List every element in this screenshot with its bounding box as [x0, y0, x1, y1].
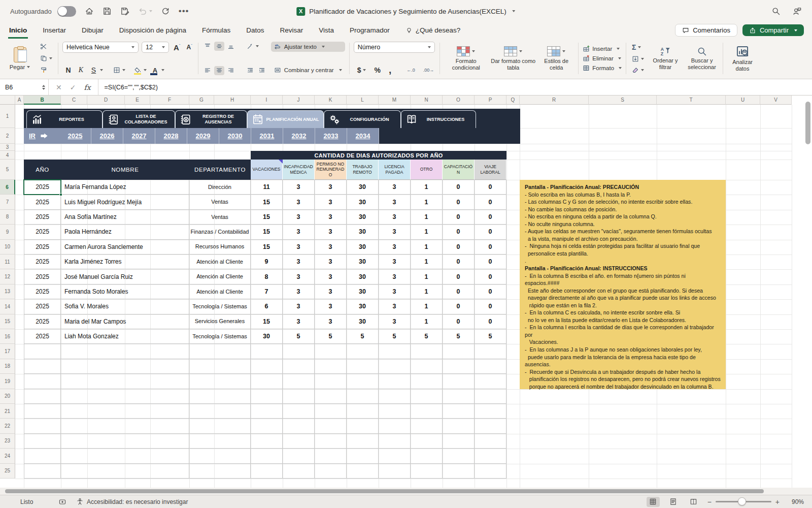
cell-days-value[interactable]: 3 — [379, 314, 411, 329]
align-top-button[interactable] — [202, 42, 213, 51]
row-header-1[interactable]: 1 — [0, 105, 15, 128]
cell-empty[interactable] — [24, 449, 61, 463]
cell-days-value[interactable]: 5 — [347, 329, 379, 344]
cell-days-value[interactable]: 6 — [251, 299, 283, 314]
cell-days-value[interactable]: 1 — [411, 314, 443, 329]
cell-year[interactable]: 2025 — [24, 269, 61, 284]
format-as-table-button[interactable]: Dar formato como tabla — [490, 46, 536, 71]
cell-days-value[interactable]: 15 — [251, 210, 283, 225]
header-day-column[interactable]: VACACIONES — [251, 160, 283, 180]
cell-empty[interactable] — [315, 449, 347, 463]
row-header-19[interactable]: 19 — [0, 374, 15, 389]
ribbon-tab-dibujar[interactable]: Dibujar — [81, 26, 105, 39]
save-as-icon[interactable] — [120, 7, 129, 16]
column-header-L[interactable]: L — [347, 96, 379, 105]
cell-empty[interactable] — [24, 389, 61, 404]
ribbon-tab-programador[interactable]: Programador — [349, 26, 391, 39]
ribbon-tab-revisar[interactable]: Revisar — [279, 26, 304, 39]
cell-days-value[interactable]: 0 — [475, 225, 506, 239]
cell-empty[interactable] — [24, 404, 61, 419]
cell-days-value[interactable]: 3 — [379, 180, 411, 195]
cell-empty[interactable] — [411, 464, 443, 479]
cell-empty[interactable] — [283, 449, 315, 463]
more-commands-icon[interactable]: ••• — [179, 6, 189, 16]
cell-days-value[interactable]: 3 — [315, 255, 347, 269]
sheet-tab-reports[interactable]: REPORTES — [26, 110, 103, 128]
cell-days-value[interactable]: 1 — [411, 269, 443, 284]
cell-days-value[interactable]: 0 — [475, 284, 506, 299]
cell-days-value[interactable]: 1 — [411, 195, 443, 209]
cell-days-value[interactable]: 3 — [283, 284, 315, 299]
zoom-level-label[interactable]: 90% — [787, 498, 804, 505]
cell-empty[interactable] — [443, 419, 475, 433]
row-header-6[interactable]: 6 — [0, 180, 15, 195]
cell-empty[interactable] — [379, 344, 411, 359]
row-header-23[interactable]: 23 — [0, 434, 15, 449]
cell-empty[interactable] — [475, 374, 506, 389]
cell-department[interactable]: Atención al Cliente — [189, 255, 251, 269]
cell-name[interactable]: Liah Mota Gonzalez — [61, 329, 189, 344]
cell-days-value[interactable]: 3 — [315, 314, 347, 329]
cell-empty[interactable] — [315, 434, 347, 449]
year-link-2030[interactable]: 2030 — [219, 128, 251, 144]
currency-button[interactable]: $ — [356, 65, 368, 75]
column-header-S[interactable]: S — [589, 96, 657, 105]
cell-year[interactable]: 2025 — [24, 240, 61, 255]
zoom-knob[interactable] — [738, 497, 746, 505]
cell-empty[interactable] — [411, 434, 443, 449]
wrap-text-button[interactable]: ab Ajustar texto — [271, 42, 345, 52]
sheet-tab-annual[interactable]: PLANIFICACIÓN ANUAL — [247, 110, 324, 128]
cell-department[interactable]: Finanzas / Contabilidad — [189, 225, 251, 239]
header-day-column[interactable]: TRABAJO REMOTO — [347, 160, 379, 180]
cell-empty[interactable] — [61, 449, 189, 463]
cell-empty[interactable] — [475, 404, 506, 419]
cell-days-value[interactable]: 30 — [251, 329, 283, 344]
cell-empty[interactable] — [251, 389, 283, 404]
cell-empty[interactable] — [411, 404, 443, 419]
percent-button[interactable]: % — [373, 65, 382, 75]
cell-year[interactable]: 2025 — [24, 225, 61, 239]
find-select-button[interactable]: Buscar y seleccionar — [685, 46, 719, 70]
cell-days-value[interactable]: 3 — [315, 195, 347, 209]
cell-name[interactable]: Paola Hernández — [61, 225, 189, 239]
cell-empty[interactable] — [347, 419, 379, 433]
cell-days-value[interactable]: 0 — [475, 240, 506, 255]
zoom-slider[interactable]: − + — [707, 498, 780, 506]
cell-days-value[interactable]: 8 — [251, 269, 283, 284]
cell-empty[interactable] — [411, 344, 443, 359]
enter-icon[interactable]: ✓ — [70, 83, 76, 91]
column-header-T[interactable]: T — [657, 96, 726, 105]
cell-days-value[interactable]: 5 — [315, 329, 347, 344]
row-header-11[interactable]: 11 — [0, 255, 15, 269]
delete-cells-button[interactable]: Eliminar — [583, 55, 622, 62]
cell-empty[interactable] — [315, 404, 347, 419]
cell-days-value[interactable]: 0 — [443, 314, 475, 329]
column-header-I[interactable]: I — [251, 96, 283, 105]
cell-days-value[interactable]: 3 — [379, 210, 411, 225]
cell-empty[interactable] — [443, 434, 475, 449]
column-header-K[interactable]: K — [315, 96, 347, 105]
cell-days-value[interactable]: 3 — [379, 299, 411, 314]
cell-year[interactable]: 2025 — [24, 210, 61, 225]
row-header-20[interactable]: 20 — [0, 389, 15, 404]
home-icon[interactable] — [85, 7, 94, 16]
vertical-scrollbar-thumb[interactable] — [805, 102, 810, 144]
cell-empty[interactable] — [189, 374, 251, 389]
cell-empty[interactable] — [283, 374, 315, 389]
cell-name[interactable]: José Manuel García Ruiz — [61, 269, 189, 284]
column-header-A[interactable]: A — [15, 96, 24, 105]
cell-empty[interactable] — [189, 359, 251, 374]
account-icon[interactable] — [793, 7, 802, 16]
cell-days-value[interactable]: 30 — [347, 299, 379, 314]
cell-name[interactable]: Carmen Aurora Sanclemente — [61, 240, 189, 255]
cell-days-value[interactable]: 0 — [475, 195, 506, 209]
merge-center-button[interactable]: Combinar y centrar — [271, 65, 345, 75]
cell-days-value[interactable]: 30 — [347, 284, 379, 299]
cell-days-value[interactable]: 3 — [315, 299, 347, 314]
row-header-22[interactable]: 22 — [0, 419, 15, 433]
cell-empty[interactable] — [347, 344, 379, 359]
cell-days-value[interactable]: 3 — [283, 195, 315, 209]
sort-filter-button[interactable]: AZ Ordenar y filtrar — [649, 46, 682, 70]
cell-empty[interactable] — [251, 359, 283, 374]
shrink-font-button[interactable]: Aˇ — [185, 43, 194, 52]
